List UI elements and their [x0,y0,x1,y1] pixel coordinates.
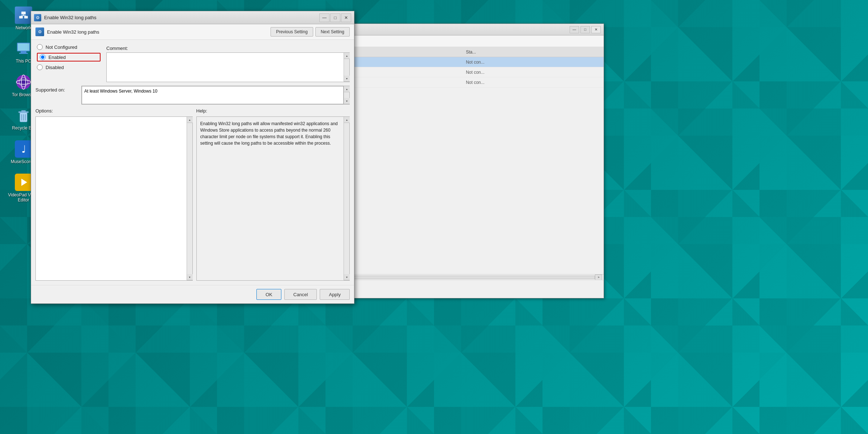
svg-rect-1 [19,16,23,18]
comment-scroll-up[interactable]: ▲ [344,53,350,59]
options-scrollbar: ▲ ▼ [187,117,192,280]
bg-row-state-1: Not con... [466,60,601,65]
bg-col-state: Sta... [466,50,601,55]
svg-rect-9 [19,53,28,54]
svg-text:♩: ♩ [21,144,26,155]
comment-area: Comment: ▲ ▼ [106,44,350,82]
help-scroll-up[interactable]: ▲ [344,117,350,123]
supported-scroll-down[interactable]: ▼ [344,98,350,104]
options-content [36,117,187,280]
bg-close-button[interactable]: ✕ [591,26,601,33]
svg-rect-0 [21,12,26,14]
supported-scrollbar: ▲ ▼ [344,86,349,104]
dialog-titlebar: ⚙ Enable Win32 long paths — □ ✕ [31,11,354,24]
bg-maximize-button[interactable]: □ [580,26,590,33]
svg-line-5 [24,16,26,16]
comment-scrollbar: ▲ ▼ [344,53,349,82]
help-box-wrapper: Enabling Win32 long paths will allow man… [196,116,350,281]
comment-textarea[interactable] [107,53,344,82]
not-configured-radio[interactable] [37,44,43,50]
thispc-icon [15,40,32,57]
supported-on-value: At least Windows Server, Windows 10 [82,86,344,104]
supported-scroll-up[interactable]: ▲ [344,86,350,92]
bg-minimize-button[interactable]: — [570,26,579,33]
bg-row-state-3: Not con... [466,80,601,85]
network-icon [15,7,32,24]
dialog-subtitle-text: Enable Win32 long paths [47,29,99,35]
options-scroll-up[interactable]: ▲ [187,117,193,123]
comment-box-wrapper: ▲ ▼ [106,52,350,82]
dialog-body: Not Configured Enabled Disabled [31,40,354,285]
network-label: Network [16,25,31,30]
dialog-subtitle-left: ⚙ Enable Win32 long paths [35,27,99,36]
svg-line-4 [21,16,24,16]
help-text: Enabling Win32 long paths will allow man… [197,117,344,280]
musescore-icon: ♩ [15,140,32,158]
torbrowser-icon [15,73,32,91]
bg-row-state-2: Not con... [466,70,601,75]
disabled-option[interactable]: Disabled [37,64,101,70]
not-configured-option[interactable]: Not Configured [37,44,101,50]
supported-on-box-wrapper: At least Windows Server, Windows 10 ▲ ▼ [81,86,350,105]
options-label: Options: [35,108,193,114]
comment-label: Comment: [106,44,350,51]
recyclebin-icon [15,107,32,124]
options-section: Options: ▲ ▼ [35,108,193,281]
help-scroll-track[interactable] [344,123,349,274]
videopad-icon [15,174,32,191]
help-label: Help: [196,108,350,114]
dialog-title-left: ⚙ Enable Win32 long paths [34,14,97,21]
previous-setting-button[interactable]: Previous Setting [271,27,313,37]
dialog-maximize-button[interactable]: □ [330,13,340,22]
comment-scroll-down[interactable]: ▼ [344,76,350,82]
next-setting-button[interactable]: Next Setting [315,27,350,37]
radio-section: Not Configured Enabled Disabled [35,44,101,70]
supported-scroll-track[interactable] [344,92,349,98]
not-configured-label: Not Configured [46,44,77,50]
enabled-option-wrapper: Enabled [37,53,101,61]
supported-on-label: Supported on: [35,86,77,93]
dialog-subtitle-bar: ⚙ Enable Win32 long paths Previous Setti… [31,24,354,40]
dialog-minimize-button[interactable]: — [319,13,329,22]
svg-rect-16 [21,110,26,112]
apply-button[interactable]: Apply [320,289,350,300]
help-section: Help: Enabling Win32 long paths will all… [196,108,350,281]
dialog-subtitle-icon: ⚙ [35,27,44,36]
dialog-footer: OK Cancel Apply [31,285,354,303]
enable-win32-dialog: ⚙ Enable Win32 long paths — □ ✕ ⚙ [31,11,354,304]
options-scroll-track[interactable] [187,123,192,274]
svg-point-11 [19,78,28,86]
help-scrollbar: ▲ ▼ [344,117,349,280]
bg-scroll-right-button[interactable]: > [595,275,602,280]
disabled-label: Disabled [46,65,64,70]
options-help-row: Options: ▲ ▼ Help: Enabling Win32 l [35,108,350,281]
comment-scroll-track[interactable] [344,59,349,76]
disabled-radio[interactable] [37,64,43,70]
bg-window-controls: — □ ✕ [570,26,601,33]
help-scroll-down[interactable]: ▼ [344,274,350,280]
dialog-window-controls: — □ ✕ [319,13,351,22]
dialog-title-text: Enable Win32 long paths [44,15,97,20]
svg-rect-7 [18,43,29,51]
svg-rect-2 [24,16,28,18]
ok-button[interactable]: OK [256,289,281,300]
desktop: Network This PC [0,0,868,434]
dialog-title-icon: ⚙ [34,14,41,21]
dialog-close-button[interactable]: ✕ [341,13,351,22]
cancel-button[interactable]: Cancel [284,289,317,300]
top-row: Not Configured Enabled Disabled [35,44,350,82]
svg-rect-8 [21,51,26,53]
thispc-label: This PC [16,59,31,64]
options-box-wrapper: ▲ ▼ [35,116,193,281]
enabled-label: Enabled [48,55,66,60]
dialog-nav-buttons: Previous Setting Next Setting [271,27,350,37]
enabled-option[interactable]: Enabled [40,54,66,60]
options-scroll-down[interactable]: ▼ [187,274,193,280]
supported-on-section: Supported on: At least Windows Server, W… [35,86,350,105]
enabled-radio[interactable] [40,54,46,60]
